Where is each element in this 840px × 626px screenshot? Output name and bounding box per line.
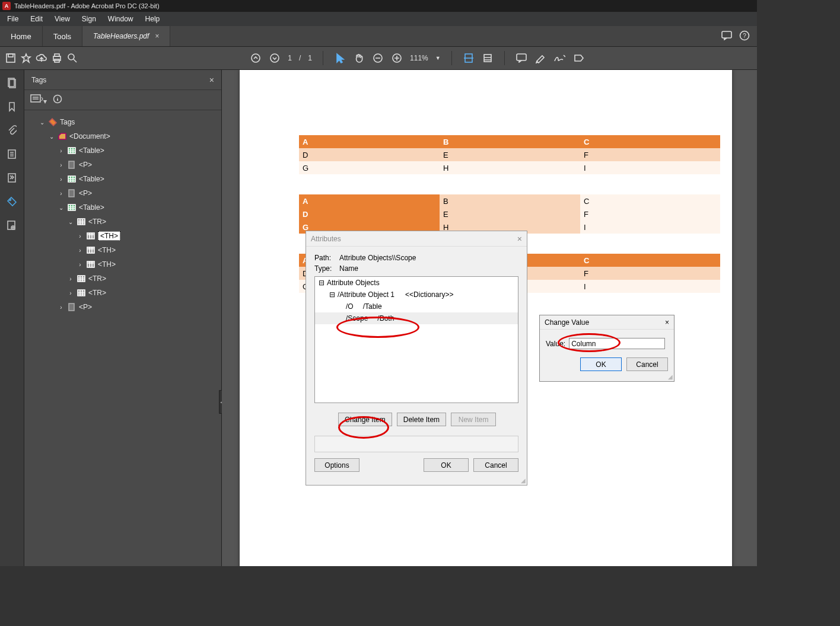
stamp-icon[interactable] [572, 52, 584, 64]
svg-rect-34 [87, 247, 94, 249]
svg-rect-4 [8, 54, 13, 57]
menu-edit[interactable]: Edit [26, 13, 47, 25]
attr-tree-object[interactable]: ⊟/Attribute Object 1<<Dictionary>> [315, 289, 518, 301]
svg-rect-32 [87, 233, 94, 235]
change-value-close-button[interactable]: × [665, 318, 669, 327]
attributes-dialog-close-button[interactable]: × [517, 234, 522, 244]
cv-ok-button[interactable]: OK [580, 357, 622, 371]
t2-r0c2: C [580, 194, 720, 207]
tree-tr-1[interactable]: ⌄ <TR> [28, 215, 218, 229]
cv-cancel-button[interactable]: Cancel [626, 357, 668, 371]
comment-bubble-icon[interactable] [721, 31, 732, 42]
accessibility-icon[interactable] [6, 219, 18, 231]
sign-icon[interactable] [553, 52, 565, 64]
menu-file[interactable]: File [2, 13, 23, 25]
cloud-icon[interactable] [36, 52, 47, 64]
hand-icon[interactable] [353, 52, 365, 64]
attr-cancel-button[interactable]: Cancel [473, 458, 518, 472]
tags-icon[interactable] [6, 196, 18, 207]
delete-item-button[interactable]: Delete Item [397, 413, 446, 426]
tree-p-2-label: <P> [79, 189, 92, 197]
help-icon[interactable]: ? [739, 30, 750, 43]
order-icon[interactable] [6, 172, 18, 184]
tab-tools[interactable]: Tools [43, 26, 82, 46]
tree-root[interactable]: ⌄ Tags [28, 115, 218, 129]
zoom-value[interactable]: 111% [410, 54, 428, 62]
thumbnails-icon[interactable] [6, 77, 18, 89]
attr-tree-root[interactable]: ⊟Attribute Objects [315, 277, 518, 289]
tab-home[interactable]: Home [0, 26, 43, 46]
window-title: TableHeaders.pdf - Adobe Acrobat Pro DC … [14, 2, 160, 9]
attr-ok-button[interactable]: OK [424, 458, 469, 472]
menu-sign[interactable]: Sign [77, 13, 101, 25]
tree-th-1[interactable]: › <TH> [28, 229, 218, 243]
panel-options-icon[interactable]: ▾ [30, 94, 47, 106]
tree-tr-3[interactable]: › <TR> [28, 286, 218, 300]
page-total: 1 [308, 54, 312, 62]
attributes-dialog-title: Attributes [311, 235, 341, 243]
tree-tr-2[interactable]: › <TR> [28, 272, 218, 286]
page-up-icon[interactable] [250, 52, 262, 64]
page-down-icon[interactable] [269, 52, 281, 64]
new-item-button: New Item [451, 413, 496, 426]
star-icon[interactable] [20, 52, 32, 64]
change-item-button[interactable]: Change Item [338, 413, 392, 426]
tree-th-2[interactable]: › <TH> [28, 243, 218, 257]
highlight-icon[interactable] [534, 52, 546, 64]
svg-rect-23 [31, 95, 40, 102]
zoom-in-icon[interactable] [391, 52, 403, 64]
panel-close-button[interactable]: × [209, 75, 214, 85]
attr-tree-scope[interactable]: /Scope/Both [315, 312, 518, 324]
window-titlebar: A TableHeaders.pdf - Adobe Acrobat Pro D… [0, 0, 757, 12]
menubar: File Edit View Sign Window Help [0, 12, 757, 26]
menu-help[interactable]: Help [141, 13, 165, 25]
content-icon[interactable] [6, 148, 18, 160]
t2-r0c1: B [440, 194, 580, 207]
menu-window[interactable]: Window [103, 13, 138, 25]
tree-table-3-label: <Table> [79, 203, 104, 212]
tree-table-1[interactable]: › <Table> [28, 143, 218, 158]
panel-info-icon[interactable] [53, 94, 62, 106]
tree-table-3[interactable]: ⌄ <Table> [28, 200, 218, 215]
zoom-dropdown-icon[interactable]: ▼ [435, 55, 441, 61]
tree-table-2[interactable]: › <Table> [28, 172, 218, 186]
tree-th-3[interactable]: › <TH> [28, 257, 218, 272]
save-icon[interactable] [5, 52, 17, 64]
t3-r2c2: I [580, 280, 720, 293]
tree-p-1[interactable]: › <P> [28, 158, 218, 172]
pointer-icon[interactable] [334, 52, 346, 64]
svg-rect-15 [517, 54, 526, 60]
note-icon[interactable] [516, 52, 527, 64]
print-icon[interactable] [51, 52, 63, 64]
page-current[interactable]: 1 [288, 54, 292, 62]
tree-table-1-label: <Table> [79, 146, 104, 155]
attr-resize-grip[interactable]: ◢ [521, 477, 526, 484]
search-icon[interactable] [66, 52, 78, 64]
attributes-listbox[interactable]: ⊟Attribute Objects ⊟/Attribute Object 1<… [314, 276, 518, 403]
tree-th-3-label: <TH> [98, 260, 116, 269]
tree-p-2[interactable]: › <P> [28, 186, 218, 200]
tab-close-button[interactable]: × [155, 32, 159, 40]
attr-tree-object-label: /Attribute Object 1 [338, 290, 394, 299]
tree-p-3[interactable]: › <P> [28, 300, 218, 314]
tags-tree[interactable]: ⌄ Tags ⌄ <Document> › <Table> › <P> › [24, 110, 221, 566]
cv-resize-grip[interactable]: ◢ [668, 373, 673, 380]
attr-scope-key: /Scope [346, 314, 368, 322]
attr-tree-o[interactable]: /O/Table [315, 301, 518, 312]
tree-p-1-label: <P> [79, 161, 92, 169]
options-button[interactable]: Options [314, 458, 359, 472]
svg-rect-29 [68, 205, 75, 210]
zoom-out-icon[interactable] [372, 52, 384, 64]
t1-r0c0: A [299, 135, 440, 148]
value-input[interactable] [569, 338, 665, 349]
fit-page-icon[interactable] [482, 52, 494, 64]
menu-view[interactable]: View [50, 13, 75, 25]
fit-width-icon[interactable] [463, 52, 475, 64]
bookmarks-icon[interactable] [6, 101, 18, 113]
tab-document[interactable]: TableHeaders.pdf × [82, 26, 170, 46]
tree-document[interactable]: ⌄ <Document> [28, 129, 218, 143]
svg-point-10 [271, 54, 279, 62]
doc-table-2: ABC DEF GHI [299, 194, 720, 234]
attachments-icon[interactable] [6, 124, 18, 136]
change-value-dialog: Change Value × Value: OK Cancel ◢ [539, 315, 674, 382]
